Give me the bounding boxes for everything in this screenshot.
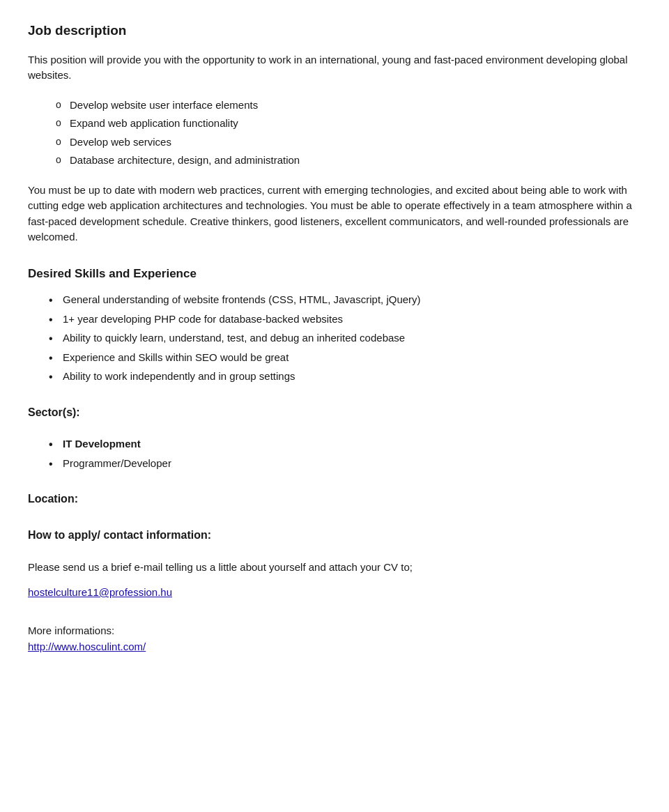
desired-skills-heading: Desired Skills and Experience (28, 265, 641, 283)
how-to-apply-text: Please send us a brief e-mail telling us… (28, 560, 641, 576)
list-item: Ability to work independently and in gro… (49, 369, 641, 385)
email-link[interactable]: hostelculture11@profession.hu (28, 586, 172, 598)
location-heading: Location: (28, 491, 641, 507)
sectors-section: Sector(s): IT DevelopmentProgrammer/Deve… (28, 404, 641, 472)
how-to-apply-heading: How to apply/ contact information: (28, 527, 641, 544)
sectors-heading: Sector(s): (28, 404, 641, 421)
job-description-heading: Job description (28, 21, 641, 41)
list-item: Develop web services (56, 135, 641, 151)
website-link[interactable]: http://www.hosculint.com/ (28, 641, 146, 652)
page-container: Job description This position will provi… (28, 21, 641, 654)
job-description-section: Job description This position will provi… (28, 21, 641, 245)
list-item: Database architecture, design, and admin… (56, 153, 641, 169)
list-item: 1+ year developing PHP code for database… (49, 312, 641, 328)
how-to-apply-section: How to apply/ contact information: Pleas… (28, 527, 641, 654)
list-item: Develop website user interface elements (56, 98, 641, 114)
more-info-block: More informations: http://www.hosculint.… (28, 608, 641, 655)
intro-paragraph: This position will provide you with the … (28, 52, 641, 84)
desired-skills-list: General understanding of website fronten… (49, 292, 641, 385)
list-item: General understanding of website fronten… (49, 292, 641, 308)
location-section: Location: (28, 491, 641, 507)
sectors-list: IT DevelopmentProgrammer/Developer (49, 436, 641, 471)
list-item: IT Development (49, 436, 641, 452)
list-item: Experience and Skills within SEO would b… (49, 350, 641, 366)
list-item: Expand web application functionality (56, 116, 641, 132)
more-info-label: More informations: (28, 623, 641, 639)
desired-skills-section: Desired Skills and Experience General un… (28, 265, 641, 385)
skills-paragraph: You must be up to date with modern web p… (28, 183, 641, 245)
list-item: Programmer/Developer (49, 456, 641, 472)
list-item: Ability to quickly learn, understand, te… (49, 330, 641, 346)
responsibilities-list: Develop website user interface elementsE… (56, 98, 641, 169)
